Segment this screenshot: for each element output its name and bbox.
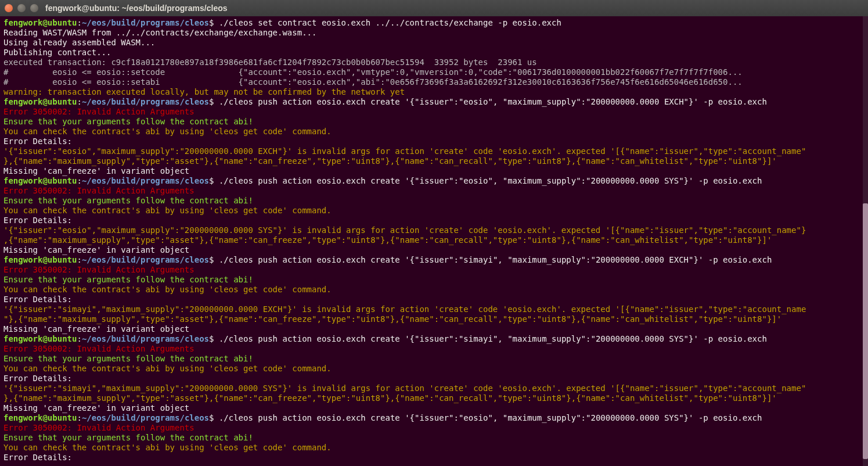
error-line: Error 3050002: Invalid Action Arguments bbox=[3, 107, 865, 117]
prompt-user: fengwork@ubuntu bbox=[3, 334, 77, 343]
hint-line: You can check the contract's abi by usin… bbox=[3, 127, 865, 137]
prompt-colon: : bbox=[77, 18, 81, 27]
error-line: Error 3050002: Invalid Action Arguments bbox=[3, 423, 865, 433]
error-detail: Missing 'can_freeze' in variant object bbox=[3, 166, 865, 176]
hint-line: You can check the contract's abi by usin… bbox=[3, 206, 865, 216]
error-details-heading: Error Details: bbox=[3, 137, 865, 146]
prompt-user: fengwork@ubuntu bbox=[3, 18, 77, 27]
hint-line: Ensure that your arguments follow the co… bbox=[3, 275, 865, 285]
command-5: ./cleos push action eosio.exch create '{… bbox=[219, 334, 767, 343]
prompt-path: ~/eos/build/programs/cleos bbox=[82, 255, 209, 264]
error-detail: Missing 'can_freeze' in variant object bbox=[3, 324, 865, 334]
hint-line: Ensure that your arguments follow the co… bbox=[3, 196, 865, 206]
prompt-colon: : bbox=[77, 255, 81, 264]
minimize-icon[interactable] bbox=[17, 4, 26, 12]
window-titlebar: fengwork@ubuntu: ~/eos/build/programs/cl… bbox=[0, 0, 868, 16]
command-6: ./cleos push action eosio.exch create '{… bbox=[219, 413, 762, 422]
error-details-heading: Error Details: bbox=[3, 295, 865, 304]
error-details-heading: Error Details: bbox=[3, 216, 865, 225]
output-line: Reading WAST/WASM from ../../contracts/e… bbox=[3, 28, 865, 38]
prompt-path: ~/eos/build/programs/cleos bbox=[82, 413, 209, 422]
error-detail: '{"issuer":"eosio","maximum_supply":"200… bbox=[3, 225, 865, 235]
hint-line: You can check the contract's abi by usin… bbox=[3, 364, 865, 374]
error-line: Error 3050002: Invalid Action Arguments bbox=[3, 186, 865, 196]
prompt-dollar: $ bbox=[209, 18, 219, 27]
prompt-path: ~/eos/build/programs/cleos bbox=[82, 176, 209, 185]
command-3: ./cleos push action eosio.exch create '{… bbox=[219, 176, 762, 185]
prompt-dollar: $ bbox=[209, 97, 219, 106]
prompt-user: fengwork@ubuntu bbox=[3, 176, 77, 185]
error-detail: '{"issuer":"simayi","maximum_supply":"20… bbox=[3, 383, 865, 393]
prompt-path: ~/eos/build/programs/cleos bbox=[82, 18, 209, 27]
close-icon[interactable] bbox=[5, 4, 13, 12]
error-detail: Missing 'can_freeze' in variant object bbox=[3, 403, 865, 413]
command-1: ./cleos set contract eosio.exch ../../co… bbox=[219, 18, 561, 27]
hint-line: You can check the contract's abi by usin… bbox=[3, 285, 865, 295]
error-detail: },{"name":"maximum_supply","type":"asset… bbox=[3, 393, 865, 403]
prompt-colon: : bbox=[77, 334, 81, 343]
prompt-colon: : bbox=[77, 97, 81, 106]
window-title: fengwork@ubuntu: ~/eos/build/programs/cl… bbox=[45, 3, 228, 13]
error-detail: },{"name":"maximum_supply","type":"asset… bbox=[3, 156, 865, 166]
error-detail: ,{"name":"maximum_supply","type":"asset"… bbox=[3, 235, 865, 245]
command-4: ./cleos push action eosio.exch create '{… bbox=[219, 255, 772, 264]
prompt-dollar: $ bbox=[209, 334, 219, 343]
prompt-user: fengwork@ubuntu bbox=[3, 255, 77, 264]
scrollbar-track[interactable] bbox=[863, 16, 868, 466]
error-details-heading: Error Details: bbox=[3, 453, 865, 463]
prompt-colon: : bbox=[77, 176, 81, 185]
prompt-dollar: $ bbox=[209, 255, 219, 264]
output-line: Using already assembled WASM... bbox=[3, 38, 865, 48]
error-details-heading: Error Details: bbox=[3, 374, 865, 383]
error-line: Error 3050002: Invalid Action Arguments bbox=[3, 265, 865, 275]
output-line: # eosio <= eosio::setcode {"account":"eo… bbox=[3, 67, 865, 77]
terminal-body[interactable]: fengwork@ubuntu:~/eos/build/programs/cle… bbox=[0, 16, 868, 466]
prompt-colon: : bbox=[77, 413, 81, 422]
error-detail: "},{"name":"maximum_supply","type":"asse… bbox=[3, 314, 865, 324]
hint-line: Ensure that your arguments follow the co… bbox=[3, 117, 865, 127]
warning-line: warning: transaction executed locally, b… bbox=[3, 87, 865, 97]
prompt-path: ~/eos/build/programs/cleos bbox=[82, 97, 209, 106]
error-line: Error 3050002: Invalid Action Arguments bbox=[3, 344, 865, 354]
scrollbar-thumb[interactable] bbox=[863, 203, 868, 459]
error-detail: Missing 'can_freeze' in variant object bbox=[3, 245, 865, 255]
hint-line: Ensure that your arguments follow the co… bbox=[3, 433, 865, 443]
hint-line: Ensure that your arguments follow the co… bbox=[3, 354, 865, 364]
error-detail: '{"issuer":"eosio","maximum_supply":"200… bbox=[3, 146, 865, 156]
output-line: executed transaction: c9cf18a0121780e897… bbox=[3, 58, 865, 67]
output-line: # eosio <= eosio::setabi {"account":"eos… bbox=[3, 77, 865, 87]
hint-line: You can check the contract's abi by usin… bbox=[3, 443, 865, 453]
output-line: Publishing contract... bbox=[3, 48, 865, 58]
prompt-user: fengwork@ubuntu bbox=[3, 97, 77, 106]
prompt-dollar: $ bbox=[209, 176, 219, 185]
prompt-dollar: $ bbox=[209, 413, 219, 422]
prompt-path: ~/eos/build/programs/cleos bbox=[82, 334, 209, 343]
command-2: ./cleos push action eosio.exch create '{… bbox=[219, 97, 767, 106]
maximize-icon[interactable] bbox=[30, 4, 38, 12]
error-detail: '{"issuer":"simayi","maximum_supply":"20… bbox=[3, 304, 865, 314]
prompt-user: fengwork@ubuntu bbox=[3, 413, 77, 422]
